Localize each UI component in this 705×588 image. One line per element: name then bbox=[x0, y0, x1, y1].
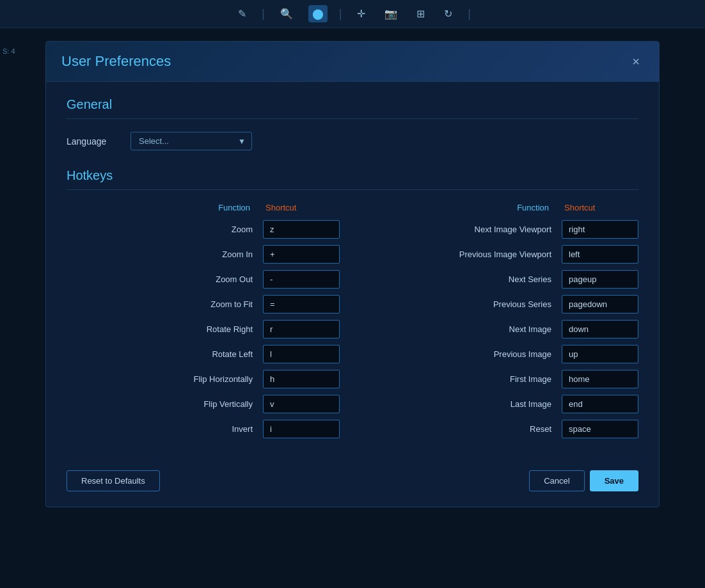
function-label: First Image bbox=[365, 374, 562, 384]
next-image-viewport-input[interactable] bbox=[562, 220, 638, 239]
function-label: Flip Vertically bbox=[67, 399, 263, 409]
function-label: Reset bbox=[365, 424, 562, 434]
reset-to-defaults-button[interactable]: Reset to Defaults bbox=[67, 470, 160, 491]
function-label: Rotate Left bbox=[67, 349, 263, 359]
language-label: Language bbox=[67, 136, 118, 147]
hotkeys-container: Function Shortcut Zoom Zoom In bbox=[67, 203, 638, 445]
language-row: Language Select... ▼ bbox=[67, 132, 638, 150]
table-row: Rotate Right bbox=[67, 320, 340, 338]
left-shortcut-header: Shortcut bbox=[260, 203, 337, 212]
function-label: Zoom bbox=[67, 225, 263, 234]
right-function-header: Function bbox=[368, 203, 559, 212]
prev-image-input[interactable] bbox=[562, 345, 638, 363]
function-label: Last Image bbox=[365, 399, 562, 409]
table-row: Zoom bbox=[67, 220, 340, 239]
next-series-input[interactable] bbox=[562, 270, 638, 289]
divider2: | bbox=[339, 7, 342, 20]
zoom-to-fit-input[interactable] bbox=[263, 295, 340, 314]
rotate-right-input[interactable] bbox=[263, 320, 340, 338]
general-divider bbox=[67, 118, 638, 119]
table-row: Zoom to Fit bbox=[67, 295, 340, 314]
prev-image-viewport-input[interactable] bbox=[562, 245, 638, 264]
table-row: Last Image bbox=[365, 395, 638, 413]
table-row: Zoom Out bbox=[67, 270, 340, 289]
right-shortcut-header: Shortcut bbox=[559, 203, 636, 212]
search-icon[interactable]: 🔍 bbox=[276, 5, 297, 22]
function-label: Next Series bbox=[365, 274, 562, 284]
hotkeys-section: Hotkeys Function Shortcut Zoom bbox=[67, 168, 638, 445]
function-label: Zoom Out bbox=[67, 274, 263, 284]
function-label: Zoom In bbox=[67, 250, 263, 259]
table-row: Reset bbox=[365, 420, 638, 438]
table-row: Next Image Viewport bbox=[365, 220, 638, 239]
save-button[interactable]: Save bbox=[590, 470, 638, 491]
invert-input[interactable] bbox=[263, 420, 340, 438]
grid-icon[interactable]: ⊞ bbox=[413, 5, 429, 22]
refresh-icon[interactable]: ↻ bbox=[440, 5, 456, 22]
right-table-header: Function Shortcut bbox=[365, 203, 638, 212]
zoom-input[interactable] bbox=[263, 220, 340, 239]
table-row: First Image bbox=[365, 370, 638, 388]
prev-series-input[interactable] bbox=[562, 295, 638, 314]
modal-header: User Preferences × bbox=[46, 42, 659, 82]
left-table-header: Function Shortcut bbox=[67, 203, 340, 212]
next-image-input[interactable] bbox=[562, 320, 638, 338]
toolbar: ✎ | 🔍 ⬤ | ✛ 📷 ⊞ ↻ | bbox=[0, 0, 705, 28]
function-label: Previous Image Viewport bbox=[365, 250, 562, 259]
hotkeys-divider bbox=[67, 189, 638, 190]
modal-footer: Reset to Defaults Cancel Save bbox=[46, 460, 659, 507]
table-row: Flip Vertically bbox=[67, 395, 340, 413]
zoom-in-input[interactable] bbox=[263, 245, 340, 264]
pencil-icon[interactable]: ✎ bbox=[234, 5, 250, 22]
footer-actions: Cancel Save bbox=[529, 470, 638, 491]
table-row: Next Series bbox=[365, 270, 638, 289]
reset-hotkey-input[interactable] bbox=[562, 420, 638, 438]
circle-icon[interactable]: ⬤ bbox=[308, 5, 328, 22]
general-heading: General bbox=[67, 97, 638, 112]
function-label: Next Image bbox=[365, 324, 562, 334]
table-row: Next Image bbox=[365, 320, 638, 338]
function-label: Previous Series bbox=[365, 299, 562, 309]
function-label: Zoom to Fit bbox=[67, 299, 263, 309]
modal-overlay: User Preferences × General Language Sele… bbox=[0, 28, 705, 588]
table-row: Flip Horizontally bbox=[67, 370, 340, 388]
modal-title: User Preferences bbox=[61, 53, 171, 70]
cancel-button[interactable]: Cancel bbox=[529, 470, 584, 491]
table-row: Previous Image bbox=[365, 345, 638, 363]
last-image-input[interactable] bbox=[562, 395, 638, 413]
table-row: Previous Series bbox=[365, 295, 638, 314]
language-select[interactable]: Select... bbox=[131, 132, 252, 150]
hotkeys-left-table: Function Shortcut Zoom Zoom In bbox=[67, 203, 340, 445]
table-row: Invert bbox=[67, 420, 340, 438]
zoom-out-input[interactable] bbox=[263, 270, 340, 289]
camera-icon[interactable]: 📷 bbox=[381, 5, 401, 22]
function-label: Next Image Viewport bbox=[365, 225, 562, 234]
language-select-wrapper: Select... ▼ bbox=[131, 132, 252, 150]
function-label: Flip Horizontally bbox=[67, 374, 263, 384]
modal-close-button[interactable]: × bbox=[628, 54, 644, 69]
table-row: Zoom In bbox=[67, 245, 340, 264]
modal-body: General Language Select... ▼ Hotkeys bbox=[46, 82, 659, 460]
table-row: Previous Image Viewport bbox=[365, 245, 638, 264]
user-preferences-modal: User Preferences × General Language Sele… bbox=[45, 41, 660, 507]
left-function-header: Function bbox=[69, 203, 260, 212]
table-row: Rotate Left bbox=[67, 345, 340, 363]
move-icon[interactable]: ✛ bbox=[353, 5, 369, 22]
first-image-input[interactable] bbox=[562, 370, 638, 388]
background: S: 4 User Preferences × General Language bbox=[0, 28, 705, 588]
hotkeys-heading: Hotkeys bbox=[67, 168, 638, 183]
function-label: Rotate Right bbox=[67, 324, 263, 334]
flip-horizontally-input[interactable] bbox=[263, 370, 340, 388]
function-label: Invert bbox=[67, 424, 263, 434]
divider3: | bbox=[468, 7, 471, 20]
rotate-left-input[interactable] bbox=[263, 345, 340, 363]
hotkeys-right-table: Function Shortcut Next Image Viewport Pr… bbox=[365, 203, 638, 445]
divider1: | bbox=[262, 7, 265, 20]
function-label: Previous Image bbox=[365, 349, 562, 359]
flip-vertically-input[interactable] bbox=[263, 395, 340, 413]
